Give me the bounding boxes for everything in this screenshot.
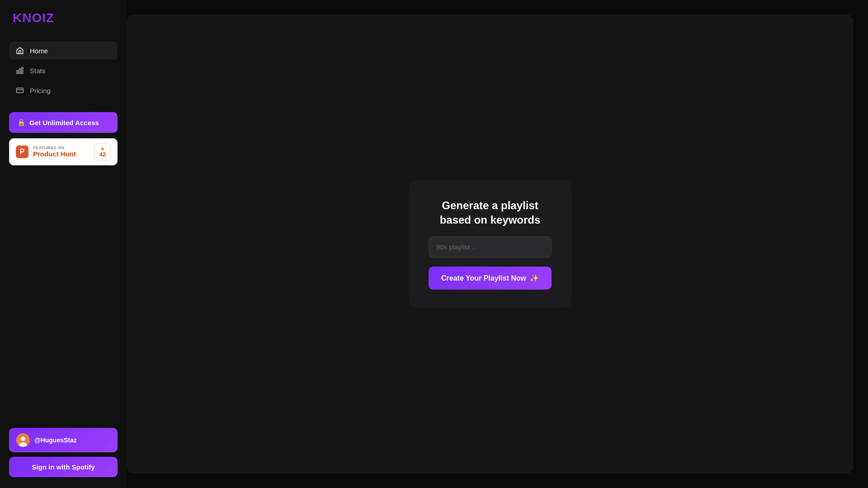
pricing-icon bbox=[15, 86, 24, 95]
sidebar-item-stats[interactable]: Stats bbox=[9, 61, 118, 80]
product-hunt-count: 42 bbox=[99, 151, 106, 158]
sidebar-item-stats-label: Stats bbox=[30, 67, 45, 75]
username-label: @HuguesStaz bbox=[34, 436, 77, 444]
svg-point-6 bbox=[21, 436, 25, 441]
svg-rect-3 bbox=[17, 88, 24, 93]
spotify-signin-label: Sign in with Spotify bbox=[32, 463, 94, 471]
product-hunt-arrow: ▲ bbox=[100, 145, 105, 151]
main-content: Generate a playlist based on keywords Cr… bbox=[127, 14, 854, 474]
svg-rect-2 bbox=[22, 68, 23, 74]
card-title: Generate a playlist based on keywords bbox=[429, 198, 552, 228]
create-playlist-button[interactable]: Create Your Playlist Now ✨ bbox=[429, 267, 552, 290]
svg-rect-0 bbox=[17, 70, 18, 74]
stats-icon bbox=[15, 66, 24, 75]
avatar bbox=[16, 433, 30, 447]
unlock-icon: 🔒 bbox=[17, 118, 26, 127]
sidebar-item-home[interactable]: Home bbox=[9, 42, 118, 60]
product-hunt-votes: ▲ 42 bbox=[94, 143, 111, 160]
svg-rect-1 bbox=[19, 69, 21, 74]
user-button[interactable]: @HuguesStaz bbox=[9, 428, 118, 452]
product-hunt-featured-label: FEATURED ON bbox=[33, 145, 90, 150]
sidebar-item-pricing[interactable]: Pricing bbox=[9, 81, 118, 99]
sidebar-item-pricing-label: Pricing bbox=[30, 87, 51, 94]
sidebar-actions: 🔒 Get Unlimited Access P FEATURED ON Pro… bbox=[9, 112, 118, 165]
keyword-input[interactable] bbox=[429, 236, 552, 258]
unlimited-access-label: Get Unlimited Access bbox=[29, 119, 99, 127]
sidebar-item-home-label: Home bbox=[30, 47, 48, 55]
logo: KNOIZ bbox=[9, 11, 118, 25]
product-hunt-badge[interactable]: P FEATURED ON Product Hunt ▲ 42 bbox=[9, 138, 118, 165]
generate-card: Generate a playlist based on keywords Cr… bbox=[409, 180, 571, 308]
product-hunt-logo: P bbox=[16, 145, 28, 158]
home-icon bbox=[15, 46, 24, 55]
sidebar-nav: Home Stats Pricing bbox=[9, 42, 118, 99]
create-playlist-label: Create Your Playlist Now bbox=[441, 274, 526, 282]
sidebar-bottom: @HuguesStaz Sign in with Spotify bbox=[9, 428, 118, 477]
spotify-signin-button[interactable]: Sign in with Spotify bbox=[9, 457, 118, 477]
unlimited-access-button[interactable]: 🔒 Get Unlimited Access bbox=[9, 112, 118, 133]
product-hunt-info: FEATURED ON Product Hunt bbox=[33, 145, 90, 158]
sidebar: KNOIZ Home Stats bbox=[0, 0, 127, 488]
product-hunt-name: Product Hunt bbox=[33, 150, 90, 158]
sparkle-icon: ✨ bbox=[530, 274, 539, 282]
